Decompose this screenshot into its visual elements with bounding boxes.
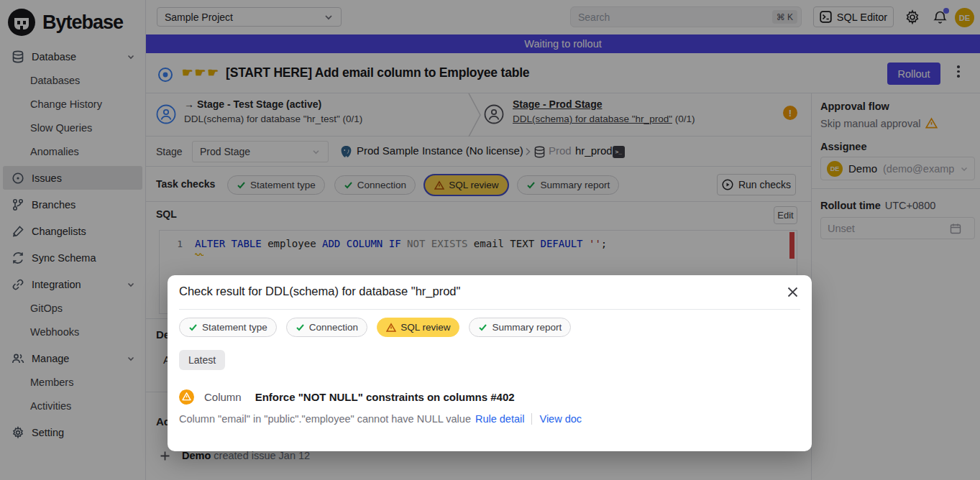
rule-detail-link[interactable]: Rule detail bbox=[475, 413, 525, 425]
tab-label: Connection bbox=[309, 322, 358, 333]
latest-badge[interactable]: Latest bbox=[179, 350, 225, 370]
check-result-row: Column Enforce "NOT NULL" constraints on… bbox=[179, 389, 515, 405]
tab-label: Statement type bbox=[202, 322, 267, 333]
tab-summary-report[interactable]: Summary report bbox=[469, 318, 571, 337]
check-icon bbox=[296, 323, 305, 332]
rule-category: Column bbox=[204, 391, 242, 403]
check-icon bbox=[188, 323, 198, 332]
view-doc-link[interactable]: View doc bbox=[539, 413, 582, 425]
check-result-detail: Column "email" in "public"."employee" ca… bbox=[179, 413, 582, 425]
modal-title: Check result for DDL(schema) for databas… bbox=[179, 285, 460, 298]
warning-triangle-icon bbox=[386, 323, 396, 333]
tab-label: SQL review bbox=[400, 322, 450, 333]
tab-sql-review-selected[interactable]: SQL review bbox=[377, 318, 459, 337]
tab-connection[interactable]: Connection bbox=[286, 318, 367, 337]
close-icon[interactable] bbox=[787, 286, 799, 298]
tab-statement-type[interactable]: Statement type bbox=[179, 318, 277, 337]
check-result-modal: Check result for DDL(schema) for databas… bbox=[168, 275, 812, 451]
link-separator bbox=[531, 413, 532, 425]
result-detail-text: Column "email" in "public"."employee" ca… bbox=[179, 413, 471, 425]
modal-divider bbox=[179, 309, 800, 310]
check-icon bbox=[478, 323, 487, 332]
warning-circle-icon bbox=[179, 389, 194, 405]
rule-title: Enforce "NOT NULL" constraints on column… bbox=[255, 391, 515, 403]
modal-check-tabs: Statement type Connection SQL review Sum… bbox=[179, 318, 571, 337]
tab-label: Summary report bbox=[492, 322, 562, 333]
